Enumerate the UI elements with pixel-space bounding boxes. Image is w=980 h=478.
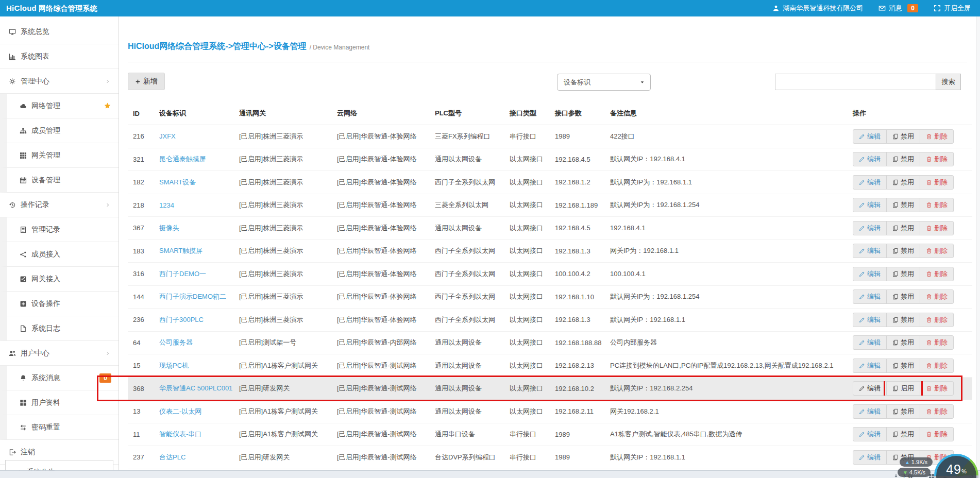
- cell-gateway: [已启用]株洲三菱演示: [236, 178, 334, 187]
- sidebar-item-password-reset[interactable]: 密码重置: [0, 415, 119, 440]
- disable-button[interactable]: 禁用: [886, 244, 920, 258]
- device-name-link[interactable]: 公司服务器: [159, 338, 193, 346]
- disable-button[interactable]: 禁用: [886, 175, 920, 190]
- cell-device-name: 仪表二-以太网: [156, 407, 236, 416]
- disable-icon: [892, 271, 899, 277]
- delete-label: 删除: [934, 224, 948, 233]
- edit-button[interactable]: 编辑: [853, 358, 887, 373]
- device-name-link[interactable]: 西门子演示DEMO箱二: [159, 293, 226, 300]
- edit-button[interactable]: 编辑: [853, 381, 887, 396]
- company-menu[interactable]: 湖南华辰智通科技有限公司: [772, 4, 863, 13]
- disable-label: 禁用: [901, 338, 914, 347]
- cell-interface-param: 192.168.2.11: [552, 407, 607, 415]
- edit-button[interactable]: 编辑: [853, 221, 887, 235]
- cell-interface-type: 以太网接口: [506, 407, 552, 416]
- disable-icon: [892, 133, 899, 140]
- fullscreen-button[interactable]: 开启全屏: [934, 4, 971, 13]
- device-name-link[interactable]: 昆仑通泰触摸屏: [159, 155, 206, 163]
- edit-button[interactable]: 编辑: [853, 244, 887, 258]
- disable-button[interactable]: 禁用: [886, 198, 920, 212]
- cell-plc-model: 通用以太网设备: [432, 384, 506, 393]
- delete-button[interactable]: 删除: [920, 358, 954, 373]
- sidebar-item-device-management[interactable]: 设备管理: [0, 168, 119, 193]
- disable-button[interactable]: 禁用: [886, 404, 920, 419]
- edit-button[interactable]: 编辑: [853, 152, 887, 166]
- enable-button[interactable]: 启用: [886, 381, 920, 396]
- edit-button[interactable]: 编辑: [853, 289, 887, 304]
- edit-button[interactable]: 编辑: [853, 175, 887, 190]
- sidebar-item-device-operation[interactable]: 设备操作: [0, 292, 119, 316]
- sidebar-item-member-access[interactable]: 成员接入: [0, 242, 119, 267]
- device-name-link[interactable]: 摄像头: [159, 224, 179, 232]
- device-name-link[interactable]: SMART设备: [159, 178, 196, 186]
- device-name-link[interactable]: 仪表二-以太网: [159, 407, 201, 415]
- edit-label: 编辑: [867, 132, 881, 141]
- sidebar-item-system-charts[interactable]: 系统图表: [0, 44, 119, 69]
- disable-button[interactable]: 禁用: [886, 427, 920, 441]
- scrollbar[interactable]: [976, 16, 980, 478]
- messages-menu[interactable]: 消息 0: [878, 4, 918, 13]
- cell-id: 368: [128, 385, 156, 392]
- edit-button[interactable]: 编辑: [853, 313, 887, 327]
- disable-button[interactable]: 禁用: [886, 221, 920, 235]
- action-button-group: 编辑禁用删除: [853, 427, 972, 441]
- sidebar-item-gateway-management[interactable]: 网关管理: [0, 143, 119, 168]
- sidebar-item-user-profile[interactable]: 用户资料: [0, 390, 119, 415]
- device-name-link[interactable]: SMART触摸屏: [159, 247, 202, 254]
- delete-button[interactable]: 删除: [920, 198, 954, 212]
- delete-button[interactable]: 删除: [920, 381, 954, 396]
- device-name-link[interactable]: 智能仪表-串口: [159, 430, 201, 438]
- edit-button[interactable]: 编辑: [853, 404, 887, 419]
- sidebar-item-operation-records[interactable]: 操作记录: [0, 193, 119, 217]
- delete-button[interactable]: 删除: [920, 267, 954, 281]
- add-device-button[interactable]: 新增: [128, 73, 165, 90]
- delete-button[interactable]: 删除: [920, 313, 954, 327]
- delete-button[interactable]: 删除: [920, 221, 954, 235]
- edit-button[interactable]: 编辑: [853, 427, 887, 441]
- delete-button[interactable]: 删除: [920, 244, 954, 258]
- sidebar-item-management-center[interactable]: 管理中心: [0, 69, 119, 94]
- app-logo[interactable]: HiCloud 网络综合管理系统: [0, 4, 97, 13]
- delete-label: 删除: [934, 292, 948, 301]
- sidebar-item-management-records[interactable]: 管理记录: [0, 217, 119, 242]
- edit-button[interactable]: 编辑: [853, 267, 887, 281]
- cell-plc-model: 通用以太网设备: [432, 407, 506, 416]
- edit-button[interactable]: 编辑: [853, 198, 887, 212]
- edit-button[interactable]: 编辑: [853, 450, 887, 465]
- device-name-link[interactable]: 现场PC机: [159, 362, 189, 369]
- device-name-link[interactable]: 1234: [159, 201, 174, 209]
- device-name-link[interactable]: 西门子300PLC: [159, 316, 204, 323]
- sidebar-item-network-management[interactable]: 网络管理: [0, 94, 119, 118]
- delete-button[interactable]: 删除: [920, 129, 954, 144]
- edit-button[interactable]: 编辑: [853, 129, 887, 144]
- device-name-link[interactable]: 西门子DEMO一: [159, 270, 206, 278]
- delete-button[interactable]: 删除: [920, 404, 954, 419]
- device-name-link[interactable]: JXFX: [159, 132, 176, 140]
- sidebar-item-gateway-access[interactable]: 网关接入: [0, 267, 119, 292]
- delete-button[interactable]: 删除: [920, 427, 954, 441]
- search-input[interactable]: [775, 74, 936, 90]
- delete-button[interactable]: 删除: [920, 175, 954, 190]
- sidebar-item-user-center[interactable]: 用户中心: [0, 341, 119, 366]
- disable-button[interactable]: 禁用: [886, 289, 920, 304]
- delete-button[interactable]: 删除: [920, 152, 954, 166]
- disable-button[interactable]: 禁用: [886, 358, 920, 373]
- delete-button[interactable]: 删除: [920, 335, 954, 350]
- disable-button[interactable]: 禁用: [886, 313, 920, 327]
- delete-button[interactable]: 删除: [920, 289, 954, 304]
- delete-icon: [926, 156, 932, 162]
- search-button[interactable]: 搜索: [936, 74, 961, 90]
- sidebar-item-system-messages[interactable]: 系统消息0: [0, 366, 119, 390]
- disable-button[interactable]: 禁用: [886, 267, 920, 281]
- edit-button[interactable]: 编辑: [853, 335, 887, 350]
- device-name-link[interactable]: 台达PLC: [159, 453, 185, 461]
- disable-button[interactable]: 禁用: [886, 152, 920, 166]
- sidebar-item-member-management[interactable]: 成员管理: [0, 118, 119, 143]
- filter-field-select[interactable]: 设备标识: [557, 74, 651, 91]
- cell-interface-type: 以太网接口: [506, 384, 552, 393]
- sidebar-item-system-overview[interactable]: 系统总览: [0, 20, 119, 44]
- sidebar-item-system-logs[interactable]: 系统日志: [0, 316, 119, 341]
- disable-button[interactable]: 禁用: [886, 335, 920, 350]
- device-name-link[interactable]: 华辰智通AC 500PLC001: [159, 384, 232, 392]
- disable-button[interactable]: 禁用: [886, 129, 920, 144]
